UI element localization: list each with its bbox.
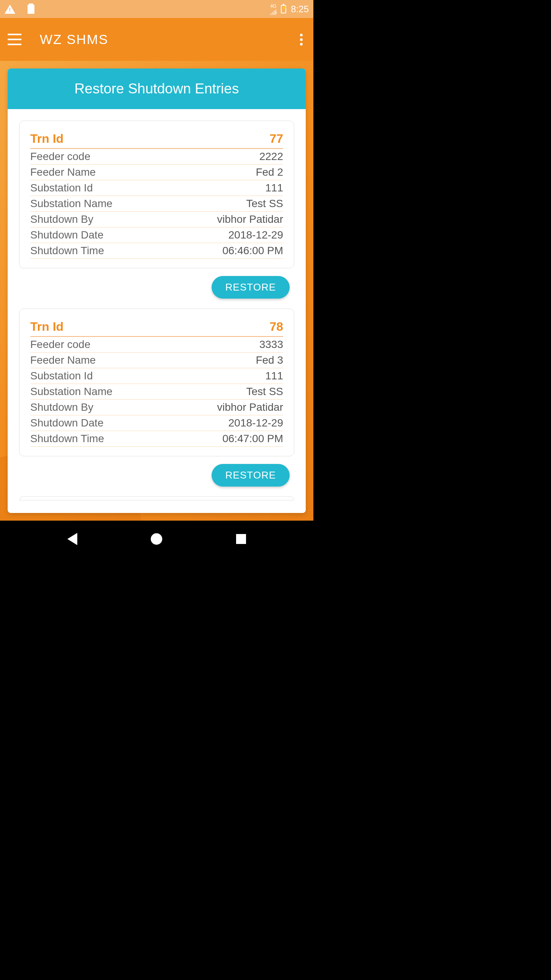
- main-card: Restore Shutdown Entries Trn Id 77 Feede…: [8, 69, 306, 513]
- substation-id-row: Substation Id 111: [30, 180, 283, 196]
- restore-button[interactable]: RESTORE: [212, 276, 290, 299]
- shutdown-by-label: Shutdown By: [30, 401, 93, 413]
- page-title: Restore Shutdown Entries: [8, 69, 306, 109]
- sd-card-icon: [28, 5, 34, 14]
- feeder-code-label: Feeder code: [30, 338, 90, 351]
- substation-name-value: Test SS: [246, 385, 283, 398]
- substation-id-label: Substation Id: [30, 370, 93, 382]
- shutdown-time-row: Shutdown Time 06:47:00 PM: [30, 431, 283, 447]
- content-area: Restore Shutdown Entries Trn Id 77 Feede…: [0, 61, 313, 521]
- nav-recent-icon[interactable]: [236, 534, 246, 544]
- feeder-name-label: Feeder Name: [30, 166, 96, 178]
- shutdown-by-row: Shutdown By vibhor Patidar: [30, 212, 283, 227]
- shutdown-time-value: 06:47:00 PM: [222, 433, 283, 445]
- trn-id-label: Trn Id: [30, 132, 64, 146]
- trn-id-row: Trn Id 77: [30, 130, 283, 149]
- substation-id-value: 111: [265, 182, 283, 194]
- substation-name-label: Substation Name: [30, 198, 112, 210]
- shutdown-by-label: Shutdown By: [30, 213, 93, 225]
- shutdown-date-value: 2018-12-29: [228, 229, 283, 241]
- app-bar: WZ SHMS: [0, 18, 313, 61]
- shutdown-date-value: 2018-12-29: [228, 417, 283, 429]
- shutdown-time-value: 06:46:00 PM: [222, 245, 283, 257]
- feeder-name-value: Fed 3: [256, 354, 283, 366]
- shutdown-time-row: Shutdown Time 06:46:00 PM: [30, 243, 283, 259]
- feeder-name-value: Fed 2: [256, 166, 283, 178]
- trn-id-label: Trn Id: [30, 320, 64, 334]
- nav-home-icon[interactable]: [151, 533, 162, 545]
- restore-button[interactable]: RESTORE: [212, 464, 290, 487]
- substation-id-label: Substation Id: [30, 182, 93, 194]
- status-time: 8:25: [291, 4, 309, 15]
- app-title: WZ SHMS: [40, 32, 108, 47]
- nav-back-icon[interactable]: [67, 533, 77, 545]
- network-label: 4G: [270, 3, 276, 9]
- battery-icon: [281, 5, 286, 13]
- feeder-name-label: Feeder Name: [30, 354, 96, 366]
- substation-name-row: Substation Name Test SS: [30, 384, 283, 400]
- shutdown-date-label: Shutdown Date: [30, 229, 103, 241]
- entry-card: Trn Id 78 Feeder code 3333 Feeder Name F…: [19, 309, 294, 456]
- shutdown-by-row: Shutdown By vibhor Patidar: [30, 400, 283, 415]
- shutdown-date-row: Shutdown Date 2018-12-29: [30, 227, 283, 243]
- status-bar: 4G 8:25: [0, 0, 313, 18]
- feeder-code-row: Feeder code 2222: [30, 149, 283, 165]
- entry-card-partial: [19, 497, 294, 500]
- feeder-code-label: Feeder code: [30, 150, 90, 163]
- substation-name-value: Test SS: [246, 198, 283, 210]
- signal-icon: 4G: [269, 3, 276, 15]
- card-body[interactable]: Trn Id 77 Feeder code 2222 Feeder Name F…: [8, 109, 306, 504]
- entry-card: Trn Id 77 Feeder code 2222 Feeder Name F…: [19, 121, 294, 268]
- shutdown-date-label: Shutdown Date: [30, 417, 103, 429]
- trn-id-row: Trn Id 78: [30, 318, 283, 337]
- shutdown-time-label: Shutdown Time: [30, 433, 104, 445]
- shutdown-date-row: Shutdown Date 2018-12-29: [30, 415, 283, 431]
- feeder-name-row: Feeder Name Fed 3: [30, 353, 283, 368]
- substation-id-row: Substation Id 111: [30, 368, 283, 384]
- feeder-code-row: Feeder code 3333: [30, 337, 283, 353]
- more-options-icon[interactable]: [297, 31, 306, 49]
- hamburger-icon[interactable]: [8, 34, 21, 45]
- warning-icon: [5, 5, 15, 14]
- substation-name-label: Substation Name: [30, 385, 112, 398]
- substation-id-value: 111: [265, 370, 283, 382]
- shutdown-by-value: vibhor Patidar: [217, 213, 283, 225]
- feeder-code-value: 3333: [259, 338, 283, 351]
- feeder-code-value: 2222: [259, 150, 283, 163]
- substation-name-row: Substation Name Test SS: [30, 196, 283, 212]
- navigation-bar: [0, 521, 313, 557]
- trn-id-value: 78: [269, 320, 283, 334]
- shutdown-by-value: vibhor Patidar: [217, 401, 283, 413]
- trn-id-value: 77: [269, 132, 283, 146]
- feeder-name-row: Feeder Name Fed 2: [30, 165, 283, 180]
- shutdown-time-label: Shutdown Time: [30, 245, 104, 257]
